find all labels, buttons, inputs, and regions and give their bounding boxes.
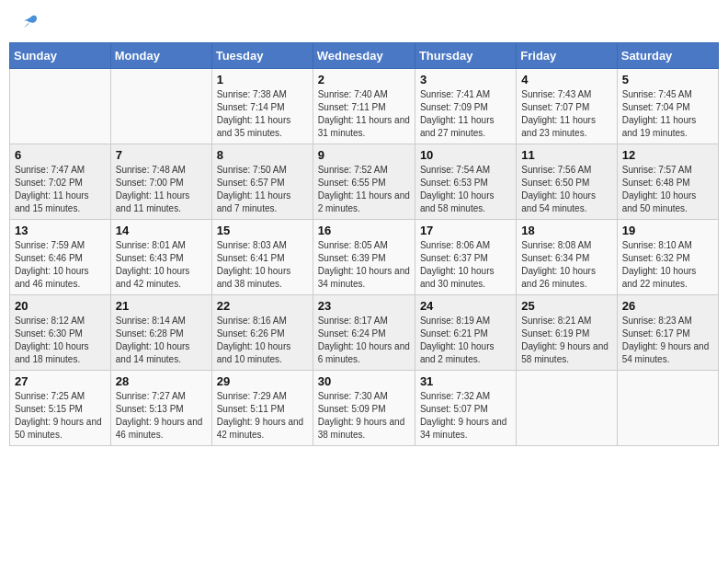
weekday-header-tuesday: Tuesday: [211, 43, 313, 69]
day-number: 20: [15, 299, 106, 313]
calendar-cell: 12Sunrise: 7:57 AM Sunset: 6:48 PM Dayli…: [617, 144, 718, 220]
calendar-cell: 16Sunrise: 8:05 AM Sunset: 6:39 PM Dayli…: [313, 220, 415, 295]
day-number: 5: [622, 73, 713, 86]
day-info: Sunrise: 8:12 AM Sunset: 6:30 PM Dayligh…: [15, 315, 106, 366]
calendar-cell: 24Sunrise: 8:19 AM Sunset: 6:21 PM Dayli…: [415, 295, 516, 371]
calendar-cell: 3Sunrise: 7:41 AM Sunset: 7:09 PM Daylig…: [415, 69, 516, 144]
day-number: 1: [217, 73, 308, 86]
calendar-cell: [110, 69, 211, 144]
day-info: Sunrise: 7:43 AM Sunset: 7:07 PM Dayligh…: [521, 88, 611, 140]
day-info: Sunrise: 7:38 AM Sunset: 7:14 PM Dayligh…: [217, 88, 308, 140]
day-info: Sunrise: 8:01 AM Sunset: 6:43 PM Dayligh…: [116, 239, 207, 291]
week-row-4: 20Sunrise: 8:12 AM Sunset: 6:30 PM Dayli…: [10, 295, 719, 371]
day-info: Sunrise: 7:52 AM Sunset: 6:55 PM Dayligh…: [318, 164, 410, 215]
calendar-cell: 30Sunrise: 7:30 AM Sunset: 5:09 PM Dayli…: [313, 371, 415, 446]
day-number: 22: [217, 299, 308, 313]
calendar-cell: 13Sunrise: 7:59 AM Sunset: 6:46 PM Dayli…: [10, 220, 111, 295]
calendar-body: 1Sunrise: 7:38 AM Sunset: 7:14 PM Daylig…: [10, 69, 719, 446]
day-info: Sunrise: 7:56 AM Sunset: 6:50 PM Dayligh…: [521, 164, 611, 215]
day-number: 11: [521, 148, 611, 162]
calendar-cell: 7Sunrise: 7:48 AM Sunset: 7:00 PM Daylig…: [110, 144, 211, 220]
calendar-cell: 21Sunrise: 8:14 AM Sunset: 6:28 PM Dayli…: [110, 295, 211, 371]
logo: [17, 13, 39, 31]
day-number: 31: [420, 374, 511, 388]
calendar-cell: 8Sunrise: 7:50 AM Sunset: 6:57 PM Daylig…: [211, 144, 313, 220]
day-info: Sunrise: 7:47 AM Sunset: 7:02 PM Dayligh…: [15, 164, 106, 215]
calendar-cell: 10Sunrise: 7:54 AM Sunset: 6:53 PM Dayli…: [415, 144, 516, 220]
day-info: Sunrise: 7:25 AM Sunset: 5:15 PM Dayligh…: [15, 390, 106, 442]
day-info: Sunrise: 8:17 AM Sunset: 6:24 PM Dayligh…: [318, 315, 410, 366]
day-info: Sunrise: 7:50 AM Sunset: 6:57 PM Dayligh…: [217, 164, 308, 215]
calendar-cell: [517, 371, 617, 446]
calendar-cell: 11Sunrise: 7:56 AM Sunset: 6:50 PM Dayli…: [517, 144, 617, 220]
day-info: Sunrise: 7:57 AM Sunset: 6:48 PM Dayligh…: [622, 164, 713, 215]
calendar-cell: 6Sunrise: 7:47 AM Sunset: 7:02 PM Daylig…: [10, 144, 111, 220]
weekday-header-friday: Friday: [517, 43, 617, 69]
day-number: 14: [116, 224, 207, 237]
calendar-cell: 18Sunrise: 8:08 AM Sunset: 6:34 PM Dayli…: [517, 220, 617, 295]
calendar-cell: 17Sunrise: 8:06 AM Sunset: 6:37 PM Dayli…: [415, 220, 516, 295]
day-number: 3: [420, 73, 511, 86]
day-number: 2: [318, 73, 410, 86]
day-number: 15: [217, 224, 308, 237]
day-number: 30: [318, 374, 410, 388]
day-number: 10: [420, 148, 511, 162]
day-number: 23: [318, 299, 410, 313]
day-info: Sunrise: 7:32 AM Sunset: 5:07 PM Dayligh…: [420, 390, 511, 442]
day-info: Sunrise: 8:05 AM Sunset: 6:39 PM Dayligh…: [318, 239, 410, 291]
day-number: 27: [15, 374, 106, 388]
calendar-cell: 26Sunrise: 8:23 AM Sunset: 6:17 PM Dayli…: [617, 295, 718, 371]
day-number: 8: [217, 148, 308, 162]
calendar-cell: 28Sunrise: 7:27 AM Sunset: 5:13 PM Dayli…: [110, 371, 211, 446]
day-number: 6: [15, 148, 106, 162]
calendar-table: SundayMondayTuesdayWednesdayThursdayFrid…: [9, 42, 719, 446]
week-row-1: 1Sunrise: 7:38 AM Sunset: 7:14 PM Daylig…: [10, 69, 719, 144]
day-number: 24: [420, 299, 511, 313]
calendar-cell: 2Sunrise: 7:40 AM Sunset: 7:11 PM Daylig…: [313, 69, 415, 144]
calendar-cell: 27Sunrise: 7:25 AM Sunset: 5:15 PM Dayli…: [10, 371, 111, 446]
day-info: Sunrise: 7:40 AM Sunset: 7:11 PM Dayligh…: [318, 88, 410, 140]
day-number: 9: [318, 148, 410, 162]
day-info: Sunrise: 7:45 AM Sunset: 7:04 PM Dayligh…: [622, 88, 713, 140]
calendar-cell: [10, 69, 111, 144]
day-info: Sunrise: 8:10 AM Sunset: 6:32 PM Dayligh…: [622, 239, 713, 291]
calendar-cell: 9Sunrise: 7:52 AM Sunset: 6:55 PM Daylig…: [313, 144, 415, 220]
day-info: Sunrise: 8:08 AM Sunset: 6:34 PM Dayligh…: [521, 239, 611, 291]
calendar-cell: 19Sunrise: 8:10 AM Sunset: 6:32 PM Dayli…: [617, 220, 718, 295]
day-number: 29: [217, 374, 308, 388]
logo-bird-icon: [18, 13, 39, 31]
day-number: 12: [622, 148, 713, 162]
day-info: Sunrise: 8:03 AM Sunset: 6:41 PM Dayligh…: [217, 239, 308, 291]
calendar-cell: 22Sunrise: 8:16 AM Sunset: 6:26 PM Dayli…: [211, 295, 313, 371]
day-info: Sunrise: 8:16 AM Sunset: 6:26 PM Dayligh…: [217, 315, 308, 366]
weekday-header-saturday: Saturday: [617, 43, 718, 69]
week-row-3: 13Sunrise: 7:59 AM Sunset: 6:46 PM Dayli…: [10, 220, 719, 295]
calendar-cell: 29Sunrise: 7:29 AM Sunset: 5:11 PM Dayli…: [211, 371, 313, 446]
day-info: Sunrise: 7:54 AM Sunset: 6:53 PM Dayligh…: [420, 164, 511, 215]
weekday-header-monday: Monday: [110, 43, 211, 69]
day-number: 13: [15, 224, 106, 237]
day-info: Sunrise: 8:14 AM Sunset: 6:28 PM Dayligh…: [116, 315, 207, 366]
day-info: Sunrise: 8:19 AM Sunset: 6:21 PM Dayligh…: [420, 315, 511, 366]
calendar-cell: 5Sunrise: 7:45 AM Sunset: 7:04 PM Daylig…: [617, 69, 718, 144]
calendar-cell: 31Sunrise: 7:32 AM Sunset: 5:07 PM Dayli…: [415, 371, 516, 446]
week-row-2: 6Sunrise: 7:47 AM Sunset: 7:02 PM Daylig…: [10, 144, 719, 220]
day-info: Sunrise: 7:41 AM Sunset: 7:09 PM Dayligh…: [420, 88, 511, 140]
calendar-cell: [617, 371, 718, 446]
day-info: Sunrise: 7:30 AM Sunset: 5:09 PM Dayligh…: [318, 390, 410, 442]
weekday-header-sunday: Sunday: [10, 43, 111, 69]
day-number: 7: [116, 148, 207, 162]
day-number: 19: [622, 224, 713, 237]
day-number: 25: [521, 299, 611, 313]
day-info: Sunrise: 7:29 AM Sunset: 5:11 PM Dayligh…: [217, 390, 308, 442]
page-header: [9, 9, 719, 35]
calendar-cell: 25Sunrise: 8:21 AM Sunset: 6:19 PM Dayli…: [517, 295, 617, 371]
calendar-cell: 15Sunrise: 8:03 AM Sunset: 6:41 PM Dayli…: [211, 220, 313, 295]
calendar-cell: 20Sunrise: 8:12 AM Sunset: 6:30 PM Dayli…: [10, 295, 111, 371]
weekday-header-thursday: Thursday: [415, 43, 516, 69]
day-number: 4: [521, 73, 611, 86]
day-number: 17: [420, 224, 511, 237]
week-row-5: 27Sunrise: 7:25 AM Sunset: 5:15 PM Dayli…: [10, 371, 719, 446]
day-number: 28: [116, 374, 207, 388]
day-number: 26: [622, 299, 713, 313]
